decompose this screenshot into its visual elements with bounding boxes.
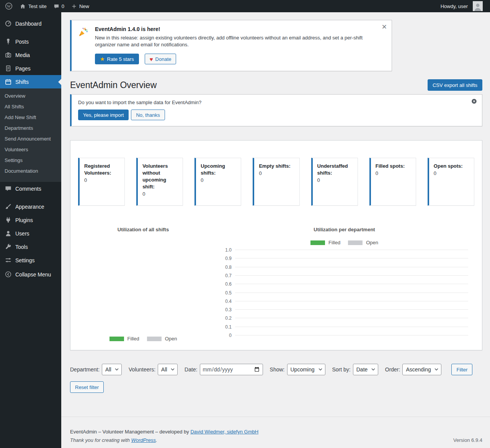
sidebar-item-shifts[interactable]: Shifts: [0, 75, 61, 88]
stat-label: Understaffed shifts:: [317, 163, 353, 177]
rate-5-stars-button[interactable]: ★ Rate 5 stars: [95, 54, 139, 64]
import-no-label: No, thanks: [136, 112, 160, 118]
order-select[interactable]: Ascending: [402, 364, 441, 375]
show-label: Show:: [270, 366, 285, 373]
y-axis-tick: 0.2: [225, 316, 232, 321]
submenu-item-add-new-shift[interactable]: Add New Shift: [0, 112, 61, 123]
gridline: 0.9: [235, 258, 468, 258]
date-label: Date:: [185, 366, 197, 373]
gridline: 0.1: [235, 327, 468, 327]
reset-filter-button[interactable]: Reset filter: [70, 381, 104, 393]
site-name-menu[interactable]: Test site: [16, 0, 50, 12]
sidebar-item-label: Comments: [15, 185, 41, 192]
gridline: 1.0: [235, 250, 468, 250]
legend-item-open[interactable]: Open: [348, 240, 378, 245]
sidebar-item-posts[interactable]: Posts: [0, 35, 61, 48]
stat-label: Filled spots:: [376, 163, 411, 170]
stat-card-understaffed-shifts: Understaffed shifts: 0: [311, 158, 358, 206]
menu-separator: [0, 195, 61, 200]
stat-label: Empty shifts:: [259, 163, 294, 170]
collapse-menu-button[interactable]: Collapse Menu: [0, 268, 61, 281]
y-axis-tick: 0.4: [225, 299, 232, 304]
sidebar-item-dashboard[interactable]: Dashboard: [0, 17, 61, 30]
stat-card-volunteers-without-shift: Volunteers without upcoming shift: 0: [136, 158, 183, 206]
star-icon: ★: [100, 56, 105, 62]
y-axis-tick: 0: [229, 333, 232, 338]
sidebar-item-users[interactable]: Users: [0, 227, 61, 240]
stat-card-open-spots: Open spots: 0: [428, 158, 474, 206]
submenu-item-send-announcement[interactable]: Send Announcement: [0, 134, 61, 144]
import-yes-button[interactable]: Yes, please import: [78, 110, 129, 120]
y-axis-tick: 0.7: [225, 273, 232, 278]
sidebar-item-settings[interactable]: Settings: [0, 253, 61, 267]
comments-count: 0: [62, 3, 64, 9]
sidebar-item-plugins[interactable]: Plugins: [0, 213, 61, 227]
thanks-period: .: [156, 437, 157, 443]
submenu-item-documentation[interactable]: Documentation: [0, 166, 61, 177]
legend-label: Filled: [328, 240, 340, 245]
open-swatch: [348, 240, 363, 245]
sidebar-item-tools[interactable]: Tools: [0, 240, 61, 253]
y-axis-tick: 0.5: [225, 290, 232, 296]
admin-sidebar: Dashboard Posts Media Pages Shifts Overv…: [0, 12, 61, 448]
submenu-item-settings[interactable]: Settings: [0, 155, 61, 166]
avatar[interactable]: [473, 1, 483, 11]
wordpress-link[interactable]: WordPress: [131, 437, 156, 443]
y-axis-tick: 0.9: [225, 256, 232, 261]
submenu-item-departments[interactable]: Departments: [0, 123, 61, 134]
posts-icon: [4, 38, 12, 45]
dismiss-icon[interactable]: [471, 98, 477, 104]
stat-card-registered-volunteers: Registered Volunteers: 0: [78, 158, 125, 206]
wordpress-logo-icon: W: [5, 2, 13, 10]
page-title: EventAdmin Overview: [70, 79, 157, 91]
legend-item-open[interactable]: Open: [147, 336, 177, 342]
sidebar-item-label: Tools: [15, 244, 28, 250]
admin-bar: W Test site 0 New Howdy, user: [0, 0, 490, 12]
comments-menu[interactable]: 0: [50, 0, 68, 12]
stat-label: Volunteers without upcoming shift:: [142, 163, 178, 190]
sort-by-select[interactable]: Date: [353, 364, 378, 375]
submenu-item-all-shifts[interactable]: All Shifts: [0, 101, 61, 112]
department-select[interactable]: All: [102, 364, 122, 375]
y-axis-tick: 0.1: [225, 324, 232, 330]
legend-item-filled[interactable]: Filled: [109, 336, 139, 342]
howdy-text: Howdy, user: [441, 3, 468, 9]
plugin-credit: EventAdmin – Volunteer Management – deve…: [70, 429, 258, 435]
import-no-button[interactable]: No, thanks: [131, 110, 165, 120]
home-icon: [20, 3, 26, 10]
media-icon: [4, 51, 12, 59]
sidebar-item-media[interactable]: Media: [0, 48, 61, 62]
rate-label: Rate 5 stars: [107, 56, 134, 62]
chart-title: Utilization per department: [214, 227, 474, 232]
shifts-submenu: Overview All Shifts Add New Shift Depart…: [0, 88, 61, 182]
appearance-icon: [4, 203, 12, 210]
main-area: EventAdmin 1.4.0 is here! New in this re…: [61, 0, 490, 417]
legend-item-filled[interactable]: Filled: [310, 240, 340, 245]
new-menu[interactable]: New: [68, 0, 93, 12]
party-popper-icon: [78, 26, 88, 64]
gridline: 0: [235, 335, 468, 335]
submenu-item-overview[interactable]: Overview: [0, 91, 61, 101]
stat-value: 0: [376, 170, 411, 176]
stat-value: 0: [84, 177, 120, 183]
wordpress-logo[interactable]: W: [2, 0, 16, 12]
sidebar-item-pages[interactable]: Pages: [0, 62, 61, 75]
submenu-item-volunteers[interactable]: Volunteers: [0, 144, 61, 155]
sidebar-item-comments[interactable]: Comments: [0, 182, 61, 195]
sidebar-item-appearance[interactable]: Appearance: [0, 200, 61, 213]
howdy-menu[interactable]: Howdy, user: [437, 0, 486, 12]
show-select[interactable]: Upcoming: [287, 364, 325, 375]
developer-link[interactable]: David Wiedmer, sidefyn GmbH: [190, 429, 258, 435]
filter-button[interactable]: Filter: [451, 364, 472, 375]
date-input[interactable]: [200, 364, 263, 375]
donate-button[interactable]: ♥ Donate: [145, 54, 176, 64]
footer: EventAdmin – Volunteer Management – deve…: [61, 417, 490, 448]
wordpress-thanks: Thank you for creating with WordPress.: [70, 437, 258, 443]
csv-export-button[interactable]: CSV export all shifts: [428, 79, 482, 91]
import-yes-label: Yes, please import: [83, 112, 124, 118]
utilization-per-department-chart: Utilization per department Filled Open 1…: [214, 227, 474, 342]
volunteers-select[interactable]: All: [158, 364, 178, 375]
legend-label: Open: [366, 240, 378, 245]
close-icon[interactable]: ✕: [382, 24, 387, 30]
legend-label: Filled: [127, 336, 139, 342]
